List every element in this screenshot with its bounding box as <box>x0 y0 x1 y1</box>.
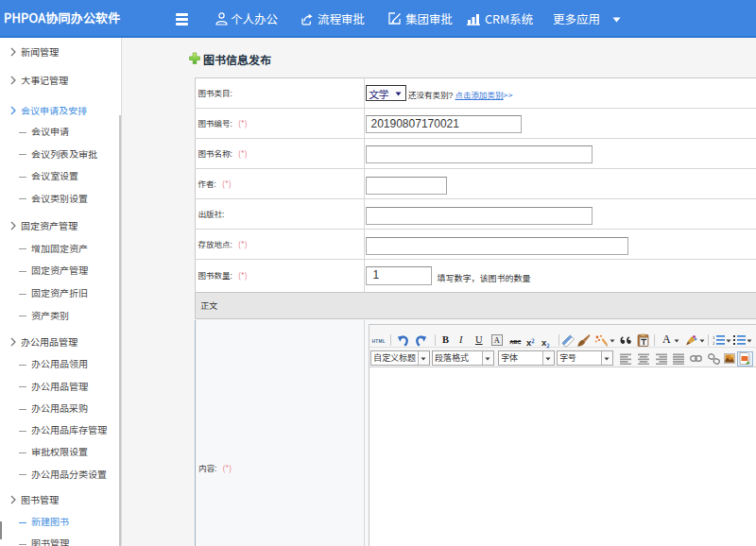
svg-text:2: 2 <box>713 340 715 346</box>
svg-text:1: 1 <box>713 334 715 340</box>
